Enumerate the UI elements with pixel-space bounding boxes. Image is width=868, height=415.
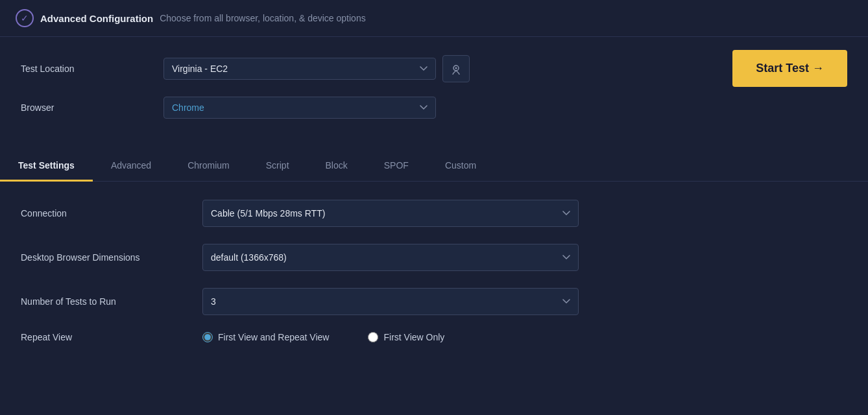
repeat-view-first-only-label: First View Only (383, 332, 444, 342)
repeat-view-first-only[interactable]: First View Only (368, 332, 444, 342)
tab-block[interactable]: Block (307, 151, 366, 182)
connection-row: Connection Cable (5/1 Mbps 28ms RTT) DSL… (21, 200, 847, 227)
browser-row: Browser Chrome (21, 97, 847, 119)
connection-select[interactable]: Cable (5/1 Mbps 28ms RTT) DSL (1.5 Mbps/… (202, 200, 579, 227)
config-check-icon: ✓ (16, 9, 34, 27)
browser-controls: Chrome (163, 97, 436, 119)
tab-chromium[interactable]: Chromium (169, 151, 248, 182)
connection-label: Connection (21, 208, 202, 219)
repeat-view-first-and-repeat-label: First View and Repeat View (218, 332, 329, 342)
browser-label: Browser (21, 102, 163, 113)
dimensions-select[interactable]: default (1366x768) 1024x768 1280x1024 19… (202, 244, 579, 271)
tab-custom[interactable]: Custom (427, 151, 494, 182)
tab-content-test-settings: Connection Cable (5/1 Mbps 28ms RTT) DSL… (0, 182, 868, 377)
browser-select[interactable]: Chrome (163, 97, 436, 119)
adv-config-title: Advanced Configuration (40, 13, 153, 24)
repeat-view-radio-first-only[interactable] (368, 332, 378, 342)
svg-point-1 (455, 67, 457, 69)
repeat-view-control: First View and Repeat View First View On… (202, 332, 579, 342)
tab-spof[interactable]: SPOF (366, 151, 427, 182)
adv-config-subtitle: Choose from all browser, location, & dev… (160, 13, 366, 23)
repeat-view-first-and-repeat[interactable]: First View and Repeat View (202, 332, 329, 342)
dimensions-control: default (1366x768) 1024x768 1280x1024 19… (202, 244, 579, 271)
repeat-view-label: Repeat View (21, 332, 202, 342)
tab-script[interactable]: Script (248, 151, 307, 182)
tab-test-settings[interactable]: Test Settings (0, 151, 93, 182)
repeat-view-radio-group: First View and Repeat View First View On… (202, 332, 579, 342)
test-location-select[interactable]: Virginia - EC2 (163, 58, 436, 80)
test-location-controls: Virginia - EC2 (163, 55, 470, 82)
tab-advanced[interactable]: Advanced (93, 151, 169, 182)
num-tests-label: Number of Tests to Run (21, 296, 202, 307)
start-test-button[interactable]: Start Test → (732, 50, 847, 87)
map-button[interactable] (442, 55, 470, 82)
connection-control: Cable (5/1 Mbps 28ms RTT) DSL (1.5 Mbps/… (202, 200, 579, 227)
dimensions-row: Desktop Browser Dimensions default (1366… (21, 244, 847, 271)
tabs-container: Test Settings Advanced Chromium Script B… (0, 151, 868, 182)
num-tests-row: Number of Tests to Run 1 2 3 4 5 6 7 8 9 (21, 288, 847, 315)
num-tests-control: 1 2 3 4 5 6 7 8 9 (202, 288, 579, 315)
adv-config-bar: ✓ Advanced Configuration Choose from all… (0, 0, 868, 37)
test-location-label: Test Location (21, 64, 163, 74)
repeat-view-radio-first-and-repeat[interactable] (202, 332, 213, 342)
dimensions-label: Desktop Browser Dimensions (21, 252, 202, 263)
test-location-row: Test Location Virginia - EC2 (21, 55, 847, 82)
num-tests-select[interactable]: 1 2 3 4 5 6 7 8 9 (202, 288, 579, 315)
repeat-view-row: Repeat View First View and Repeat View F… (21, 332, 847, 342)
main-content: Start Test → Test Location Virginia - EC… (0, 37, 868, 151)
